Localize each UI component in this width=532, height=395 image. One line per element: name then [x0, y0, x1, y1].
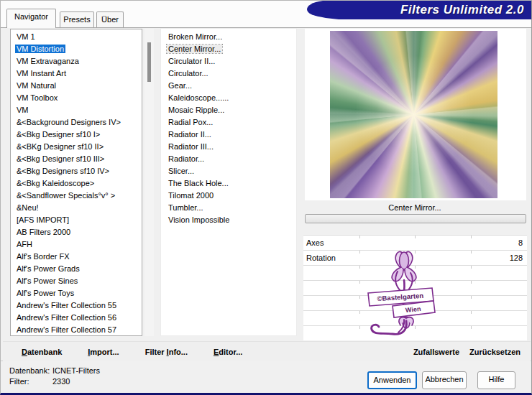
- category-item[interactable]: VM Instant Art: [15, 68, 142, 80]
- status-area: Datenbank: ICNET-Filters Filter: 2330: [9, 366, 100, 387]
- category-item[interactable]: &<Bkg Designer sf10 I>: [15, 129, 142, 141]
- parameter-name: Axes: [306, 236, 324, 250]
- category-item[interactable]: Alf's Power Toys: [15, 287, 142, 299]
- category-item[interactable]: Andrew's Filter Collection 57: [15, 324, 142, 336]
- category-item[interactable]: VM: [15, 104, 142, 116]
- category-item[interactable]: &<BKg Designer sf10 II>: [15, 141, 142, 153]
- category-item[interactable]: AFH: [15, 238, 142, 251]
- category-item[interactable]: VM 1: [15, 31, 142, 43]
- tab-navigator[interactable]: Navigator: [6, 9, 56, 28]
- filter-item[interactable]: Radiator...: [167, 153, 296, 165]
- filter-item[interactable]: Vision Impossible: [167, 214, 296, 226]
- category-item[interactable]: &<Background Designers IV>: [15, 116, 142, 129]
- category-scrollbar[interactable]: [145, 29, 154, 336]
- filter-preview-image: [330, 31, 497, 198]
- category-listbox[interactable]: VM 1VM DistortionVM ExtravaganzaVM Insta…: [10, 29, 142, 336]
- filter-item[interactable]: Tilomat 2000: [167, 190, 296, 202]
- bastelgarten-watermark: ©Bastelgarten Wien: [362, 248, 443, 340]
- action-zur-cksetzen[interactable]: Zurücksetzen: [469, 348, 520, 356]
- category-item[interactable]: Alf's Border FX: [15, 251, 142, 263]
- status-datenbank-label: Datenbank:: [9, 366, 52, 376]
- tab-ueber[interactable]: Über: [96, 11, 124, 28]
- help-button[interactable]: Hilfe: [477, 371, 515, 389]
- parameter-slider-axes[interactable]: Axes8: [303, 235, 527, 250]
- category-item[interactable]: Alf's Power Grads: [15, 263, 142, 275]
- filter-item[interactable]: Broken Mirror...: [167, 31, 296, 43]
- action-import[interactable]: Import...: [88, 348, 119, 356]
- category-item[interactable]: VM Extravaganza: [15, 55, 142, 68]
- preview-panel: [305, 29, 526, 200]
- category-item[interactable]: &<Bkg Designer sf10 III>: [15, 153, 142, 165]
- filter-item[interactable]: Tumbler...: [167, 202, 296, 214]
- filters-unlimited-window: Filters Unlimited 2.0 Navigator Presets …: [0, 0, 532, 395]
- category-item-selected[interactable]: VM Distortion: [15, 43, 142, 55]
- app-title: Filters Unlimited 2.0: [400, 3, 524, 17]
- filter-item-selected[interactable]: Center Mirror...: [167, 43, 296, 55]
- progress-bar: [305, 214, 526, 223]
- parameter-value: 8: [518, 236, 523, 250]
- filter-item[interactable]: Circulator...: [167, 68, 296, 80]
- category-item[interactable]: &Neu!: [15, 202, 142, 214]
- category-item[interactable]: VM Toolbox: [15, 92, 142, 104]
- parameter-name: Rotation: [306, 251, 336, 265]
- tab-presets[interactable]: Presets: [60, 11, 94, 28]
- filter-listbox[interactable]: Broken Mirror...Center Mirror...Circulat…: [160, 28, 297, 336]
- status-filter-label: Filter:: [9, 376, 52, 387]
- action-bar: DatenbankImport...Filter Info...Editor..…: [3, 341, 531, 361]
- status-filter-value: 2330: [52, 376, 70, 387]
- filter-item[interactable]: Radial Pox...: [167, 116, 296, 129]
- action-zufallswerte[interactable]: Zufallswerte: [413, 348, 459, 356]
- apply-button[interactable]: Anwenden: [367, 371, 417, 389]
- cancel-button[interactable]: Abbrechen: [422, 371, 467, 389]
- filter-item[interactable]: The Black Hole...: [167, 177, 296, 190]
- action-bar-left: DatenbankImport...Filter Info...Editor..…: [3, 348, 242, 356]
- action-editor[interactable]: Editor...: [214, 348, 242, 356]
- filter-item[interactable]: Gear...: [167, 80, 296, 92]
- preview-caption: Center Mirror...: [303, 201, 527, 214]
- filter-item[interactable]: Mosaic Ripple...: [167, 104, 296, 116]
- parameter-value: 128: [510, 251, 523, 265]
- filter-item[interactable]: Circulator II...: [167, 55, 296, 68]
- category-item[interactable]: [AFS IMPORT]: [15, 214, 142, 226]
- filter-item[interactable]: Radiator II...: [167, 129, 296, 141]
- category-item[interactable]: Alf's Power Sines: [15, 275, 142, 287]
- status-datenbank-value: ICNET-Filters: [52, 366, 100, 376]
- category-item[interactable]: Andrew's Filter Collection 56: [15, 312, 142, 324]
- category-item[interactable]: &<Bkg Designers sf10 IV>: [15, 165, 142, 177]
- title-banner: Filters Unlimited 2.0: [307, 1, 532, 19]
- action-datenbank[interactable]: Datenbank: [22, 348, 62, 356]
- category-item[interactable]: VM Natural: [15, 80, 142, 92]
- action-filter-info[interactable]: Filter Info...: [145, 348, 188, 356]
- category-item[interactable]: Andrew's Filter Collection 55: [15, 299, 142, 312]
- action-bar-right: ZufallswerteZurücksetzen: [413, 348, 531, 356]
- filter-item[interactable]: Radiator III...: [167, 141, 296, 153]
- filter-item[interactable]: Slicer...: [167, 165, 296, 177]
- category-scrollbar-thumb[interactable]: [147, 42, 151, 82]
- category-item[interactable]: &<Bkg Kaleidoscope>: [15, 177, 142, 190]
- navigator-tab-page: VM 1VM DistortionVM ExtravaganzaVM Insta…: [1, 27, 532, 361]
- filter-item[interactable]: Kaleidoscope......: [167, 92, 296, 104]
- category-item[interactable]: AB Filters 2000: [15, 226, 142, 238]
- category-item[interactable]: &<Sandflower Specials°v° >: [15, 190, 142, 202]
